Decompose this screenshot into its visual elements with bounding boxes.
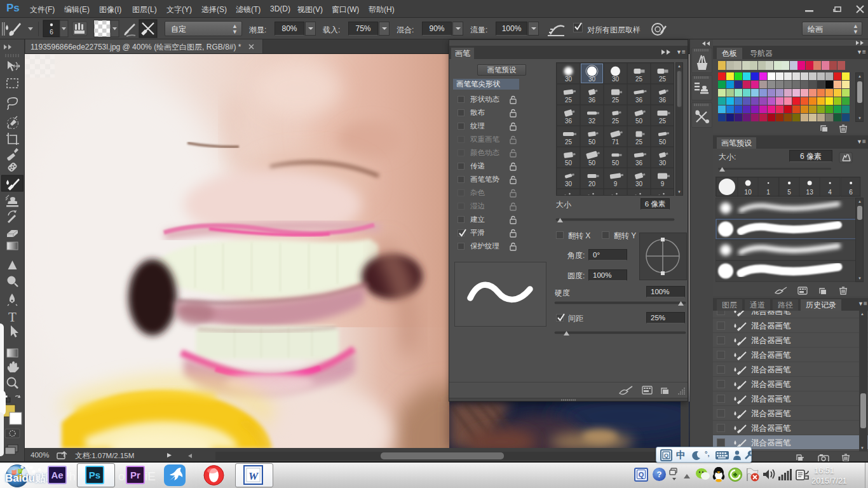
svg-text:9: 9 [614,180,618,187]
svg-text:25: 25 [635,139,643,146]
svg-text:25: 25 [612,118,620,125]
svg-text:36: 36 [588,97,596,104]
svg-text:20: 20 [588,180,596,187]
svg-text:1: 1 [767,189,771,196]
svg-text:30: 30 [635,180,643,187]
svg-text:6: 6 [849,189,853,196]
svg-text:4: 4 [829,189,832,196]
svg-text:25: 25 [565,139,573,146]
svg-text:50: 50 [588,159,596,166]
svg-text:50: 50 [588,139,596,146]
svg-text:50: 50 [635,118,643,125]
svg-text:9: 9 [661,180,665,187]
svg-text:36: 36 [659,97,667,104]
svg-text:36: 36 [635,159,643,166]
svg-text:30: 30 [565,76,573,83]
svg-text:30: 30 [659,159,667,166]
svg-text:30: 30 [565,180,573,187]
svg-text:W: W [248,470,259,482]
svg-text:30: 30 [612,76,620,83]
svg-text:Q: Q [664,452,668,459]
svg-text:25: 25 [565,97,573,104]
svg-text:25: 25 [659,76,667,83]
svg-text:32: 32 [588,118,596,125]
svg-text:5: 5 [787,189,791,196]
svg-text:50: 50 [659,139,667,146]
svg-text:10: 10 [745,189,752,196]
svg-text:30: 30 [588,76,596,83]
svg-text:6: 6 [50,29,53,36]
svg-text:50: 50 [565,159,573,166]
svg-text:25: 25 [612,97,620,104]
svg-text:50: 50 [612,159,620,166]
svg-text:T: T [8,309,17,325]
svg-text:25: 25 [635,76,643,83]
svg-text:13: 13 [806,189,813,196]
svg-text:25: 25 [659,118,667,125]
svg-text:36: 36 [635,97,643,104]
svg-text:36: 36 [565,118,573,125]
svg-text:71: 71 [612,139,620,146]
